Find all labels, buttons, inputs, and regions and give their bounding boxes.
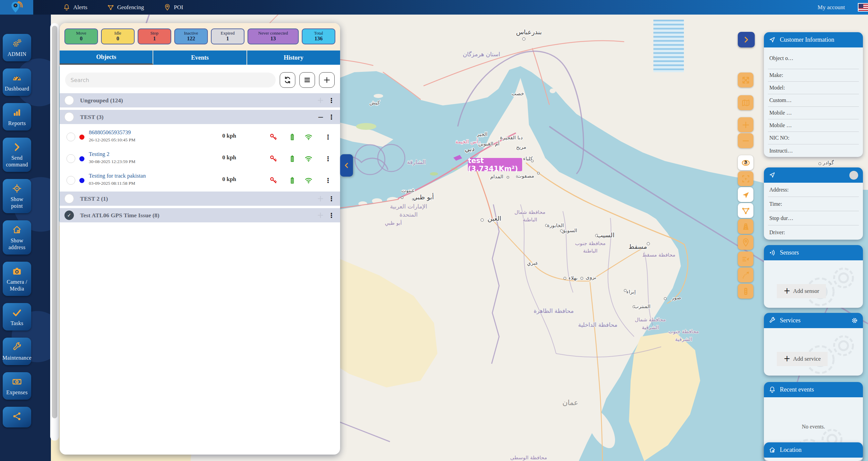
- follow-cursor-icon: [741, 190, 750, 199]
- group-menu-icon[interactable]: ⋮: [328, 195, 335, 202]
- status-chip-never-connected[interactable]: Never connected13: [248, 28, 299, 44]
- group-checkbox[interactable]: ✓: [64, 211, 74, 220]
- status-chip-idle[interactable]: Idle0: [101, 28, 135, 44]
- map-button-zoom-in[interactable]: [738, 117, 753, 132]
- map-button-zoom-out[interactable]: [738, 133, 753, 148]
- chip-count: 122: [187, 36, 195, 42]
- map-button-follow-cursor[interactable]: [738, 187, 753, 202]
- info-row: Mobile …: [768, 119, 859, 132]
- chip-label: Move: [76, 31, 86, 36]
- map-button-live-tracking[interactable]: [738, 267, 753, 282]
- sidebar-scrollbar[interactable]: [50, 23, 59, 441]
- map-button-roads[interactable]: [738, 219, 753, 234]
- my-account-button[interactable]: My account: [814, 0, 845, 15]
- object-checkbox[interactable]: [66, 133, 75, 141]
- panel-recent-events-header[interactable]: Recent events: [764, 382, 863, 397]
- map-button-fullscreen[interactable]: [738, 73, 753, 87]
- sidebar-item-dashboard[interactable]: Dashboard: [3, 68, 31, 96]
- object-row[interactable]: Testing 230-08-2025 12:23:59 PM0 kph⋮: [60, 148, 340, 170]
- expand-group-icon[interactable]: +: [317, 211, 324, 220]
- refresh-button[interactable]: [280, 72, 295, 88]
- collapse-group-icon[interactable]: −: [318, 113, 324, 121]
- map-button-clusters[interactable]: 3: [738, 155, 753, 170]
- status-chip-expired[interactable]: Expired1: [211, 28, 244, 44]
- object-name[interactable]: Testing for track pakistan: [89, 173, 146, 179]
- map-label: الباطنة: [583, 248, 597, 254]
- sidebar-item-reports[interactable]: Reports: [3, 103, 31, 131]
- add-object-button[interactable]: [319, 72, 335, 88]
- right-panel-toggle-button[interactable]: [738, 32, 755, 47]
- sidebar-item-show-point[interactable]: Show point: [3, 179, 31, 213]
- object-row[interactable]: 86880506593573926-12-2025 05:10:45 PM0 k…: [60, 126, 340, 148]
- group-row[interactable]: TEST (3)−⋮: [60, 110, 340, 124]
- group-checkbox[interactable]: [64, 112, 74, 122]
- navbar: AlertsGeofencingPOI My account: [0, 0, 868, 15]
- map-button-routes[interactable]: [738, 252, 753, 266]
- panel-services-header[interactable]: Services: [764, 313, 863, 328]
- group-row[interactable]: ✓Test ATL06 GPS Time Issue (8)+⋮: [60, 208, 340, 222]
- recent-events-header-icon: [769, 386, 776, 393]
- sidebar-item-expenses[interactable]: Expenses: [3, 372, 31, 400]
- group-checkbox[interactable]: [64, 96, 74, 105]
- list-options-button[interactable]: [299, 72, 315, 88]
- nav-item-poi[interactable]: POI: [164, 4, 183, 11]
- sidebar-item-tasks[interactable]: Tasks: [3, 303, 31, 330]
- panel-body: +Add sensor: [764, 260, 863, 308]
- object-checkbox[interactable]: [66, 176, 75, 185]
- settings-gear-icon[interactable]: [851, 317, 858, 324]
- sidebar-item-maintenance[interactable]: Maintenance: [3, 338, 31, 365]
- scrollbar-thumb[interactable]: [52, 26, 57, 418]
- group-menu-icon[interactable]: ⋮: [328, 212, 335, 219]
- status-chip-stop[interactable]: Stop1: [138, 28, 171, 44]
- group-checkbox[interactable]: [64, 194, 74, 203]
- object-row[interactable]: Testing for track pakistan03-09-2025 08:…: [60, 170, 340, 192]
- object-name[interactable]: 868805065935739: [89, 129, 131, 136]
- sidebar-item-more[interactable]: [3, 407, 31, 427]
- group-menu-icon[interactable]: ⋮: [328, 97, 335, 104]
- add-sensors-button[interactable]: +Add sensor: [777, 284, 826, 298]
- map-button-traffic[interactable]: [738, 284, 753, 299]
- nav-item-geofencing[interactable]: Geofencing: [107, 4, 144, 11]
- panel-location-header[interactable]: Location: [764, 442, 863, 458]
- language-flag[interactable]: [858, 3, 868, 12]
- panel-sensors-header[interactable]: Sensors: [764, 245, 863, 260]
- add-services-button[interactable]: +Add service: [777, 352, 828, 366]
- object-menu-icon[interactable]: ⋮: [325, 177, 331, 184]
- map-button-pois[interactable]: [738, 235, 753, 250]
- status-chip-total[interactable]: Total136: [302, 28, 335, 44]
- tab-objects[interactable]: Objects: [60, 51, 153, 65]
- expand-group-icon[interactable]: +: [317, 194, 324, 203]
- group-row[interactable]: Ungrouped (124)+⋮: [60, 93, 340, 107]
- nav-item-alerts[interactable]: Alerts: [63, 4, 87, 11]
- sidebar-item-admin[interactable]: ADMIN: [3, 34, 31, 61]
- status-chip-inactive[interactable]: Inactive122: [174, 28, 208, 44]
- status-chip-move[interactable]: Move0: [64, 28, 98, 44]
- sidebar-item-show-address[interactable]: Show address: [3, 220, 31, 255]
- map-button-geofences[interactable]: [738, 203, 753, 218]
- my-account-label: My account: [817, 4, 845, 11]
- sidebar-item-camera-media[interactable]: Camera / Media: [3, 262, 31, 296]
- object-menu-icon[interactable]: ⋮: [325, 133, 331, 141]
- panel-customer-information-header[interactable]: Customer Information: [764, 32, 863, 47]
- panel-toggle[interactable]: [849, 171, 858, 180]
- panel-object-status-header[interactable]: [764, 167, 863, 183]
- object-menu-icon[interactable]: ⋮: [325, 155, 331, 162]
- sidebar-item-send-command[interactable]: Send command: [3, 138, 31, 172]
- group-menu-icon[interactable]: ⋮: [328, 113, 335, 121]
- map-button-map-layers[interactable]: [738, 95, 753, 110]
- search-input[interactable]: [71, 77, 270, 83]
- map-label: إبراء: [626, 289, 636, 295]
- expand-group-icon[interactable]: +: [317, 96, 324, 105]
- group-row[interactable]: TEST 2 (1)+⋮: [60, 192, 340, 206]
- map-button-fit-objects[interactable]: [738, 171, 753, 186]
- panel-title: Sensors: [780, 249, 858, 256]
- object-checkbox[interactable]: [66, 154, 75, 163]
- object-name[interactable]: Testing 2: [89, 151, 110, 158]
- zoom-out-icon: [741, 136, 750, 145]
- tab-events[interactable]: Events: [153, 51, 247, 65]
- map-island-hormuz: [550, 88, 556, 93]
- panel-collapse-button[interactable]: [340, 154, 353, 177]
- app-logo[interactable]: [0, 0, 33, 15]
- chip-count: 0: [116, 36, 119, 42]
- tab-history[interactable]: History: [247, 51, 340, 65]
